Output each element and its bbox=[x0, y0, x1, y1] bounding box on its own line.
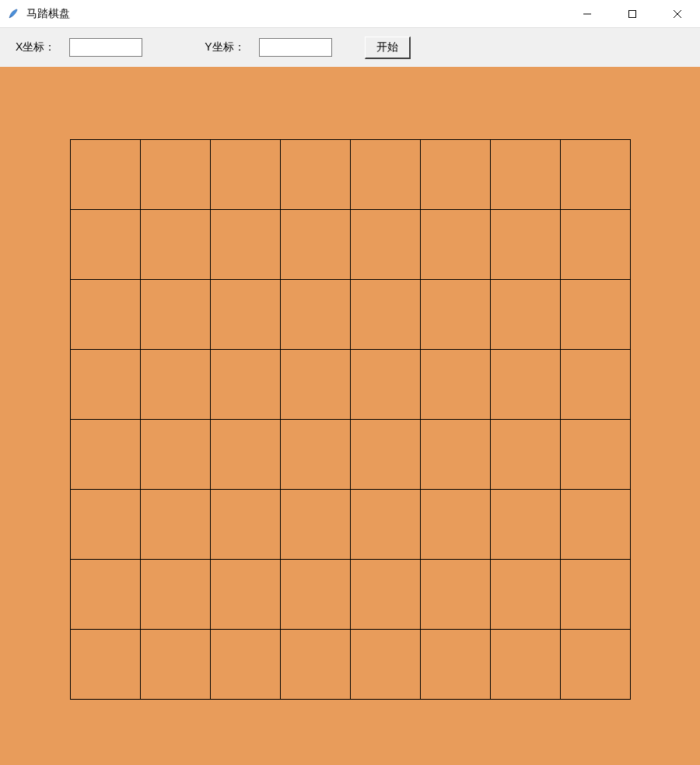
board-cell[interactable] bbox=[211, 560, 281, 630]
board-cell[interactable] bbox=[561, 350, 631, 420]
board-cell[interactable] bbox=[141, 560, 211, 630]
board-cell[interactable] bbox=[211, 420, 281, 490]
board-cell[interactable] bbox=[421, 630, 491, 700]
board-cell[interactable] bbox=[491, 210, 561, 280]
board-cell[interactable] bbox=[141, 630, 211, 700]
board-cell[interactable] bbox=[71, 420, 141, 490]
board-cell[interactable] bbox=[281, 140, 351, 210]
board-cell[interactable] bbox=[281, 560, 351, 630]
window-controls bbox=[565, 0, 700, 27]
board-cell[interactable] bbox=[211, 490, 281, 560]
board-cell[interactable] bbox=[561, 140, 631, 210]
board-cell[interactable] bbox=[71, 560, 141, 630]
board-cell[interactable] bbox=[71, 490, 141, 560]
board-cell[interactable] bbox=[141, 210, 211, 280]
board-cell[interactable] bbox=[351, 350, 421, 420]
board-cell[interactable] bbox=[421, 350, 491, 420]
board-cell[interactable] bbox=[491, 420, 561, 490]
board-cell[interactable] bbox=[141, 140, 211, 210]
board-cell[interactable] bbox=[211, 140, 281, 210]
close-button[interactable] bbox=[655, 0, 700, 27]
minimize-button[interactable] bbox=[565, 0, 610, 27]
board-cell[interactable] bbox=[281, 490, 351, 560]
chessboard-grid bbox=[70, 139, 631, 700]
board-cell[interactable] bbox=[141, 490, 211, 560]
board-cell[interactable] bbox=[491, 140, 561, 210]
x-coord-label: X坐标： bbox=[16, 40, 55, 54]
board-cell[interactable] bbox=[281, 210, 351, 280]
board-cell[interactable] bbox=[351, 490, 421, 560]
start-button[interactable]: 开始 bbox=[365, 37, 411, 59]
board-cell[interactable] bbox=[71, 140, 141, 210]
board-cell[interactable] bbox=[561, 210, 631, 280]
input-controls-row: X坐标： Y坐标： 开始 bbox=[0, 28, 700, 67]
board-cell[interactable] bbox=[281, 350, 351, 420]
board-cell[interactable] bbox=[141, 280, 211, 350]
board-cell[interactable] bbox=[491, 630, 561, 700]
board-cell[interactable] bbox=[421, 210, 491, 280]
chessboard-canvas[interactable] bbox=[0, 67, 700, 765]
board-cell[interactable] bbox=[561, 280, 631, 350]
board-cell[interactable] bbox=[71, 280, 141, 350]
y-coord-label: Y坐标： bbox=[205, 40, 244, 54]
window-titlebar: 马踏棋盘 bbox=[0, 0, 700, 28]
board-cell[interactable] bbox=[211, 630, 281, 700]
board-cell[interactable] bbox=[351, 210, 421, 280]
board-cell[interactable] bbox=[141, 350, 211, 420]
window-title: 马踏棋盘 bbox=[26, 7, 565, 21]
board-cell[interactable] bbox=[491, 490, 561, 560]
board-cell[interactable] bbox=[421, 140, 491, 210]
svg-rect-1 bbox=[629, 10, 636, 17]
board-cell[interactable] bbox=[421, 490, 491, 560]
board-cell[interactable] bbox=[491, 280, 561, 350]
board-cell[interactable] bbox=[351, 420, 421, 490]
board-cell[interactable] bbox=[491, 560, 561, 630]
board-cell[interactable] bbox=[351, 280, 421, 350]
board-cell[interactable] bbox=[281, 280, 351, 350]
board-cell[interactable] bbox=[351, 560, 421, 630]
board-cell[interactable] bbox=[71, 350, 141, 420]
board-cell[interactable] bbox=[421, 280, 491, 350]
board-cell[interactable] bbox=[491, 350, 561, 420]
board-cell[interactable] bbox=[561, 560, 631, 630]
board-cell[interactable] bbox=[351, 140, 421, 210]
maximize-button[interactable] bbox=[610, 0, 655, 27]
board-cell[interactable] bbox=[211, 280, 281, 350]
x-coord-input[interactable] bbox=[69, 38, 142, 57]
board-cell[interactable] bbox=[71, 630, 141, 700]
board-cell[interactable] bbox=[561, 490, 631, 560]
board-cell[interactable] bbox=[351, 630, 421, 700]
board-cell[interactable] bbox=[211, 350, 281, 420]
board-cell[interactable] bbox=[561, 630, 631, 700]
board-cell[interactable] bbox=[211, 210, 281, 280]
y-coord-input[interactable] bbox=[259, 38, 332, 57]
board-cell[interactable] bbox=[141, 420, 211, 490]
board-cell[interactable] bbox=[421, 560, 491, 630]
feather-icon bbox=[6, 7, 20, 21]
board-cell[interactable] bbox=[281, 630, 351, 700]
board-cell[interactable] bbox=[421, 420, 491, 490]
board-cell[interactable] bbox=[281, 420, 351, 490]
board-cell[interactable] bbox=[561, 420, 631, 490]
board-cell[interactable] bbox=[71, 210, 141, 280]
